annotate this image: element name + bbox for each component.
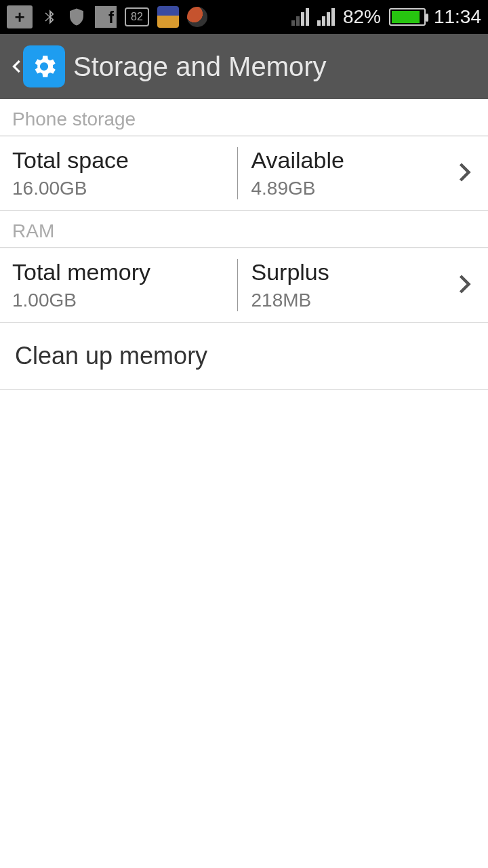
ram-row[interactable]: Total memory 1.00GB Surplus 218MB: [0, 248, 488, 323]
app-globe-icon: [187, 7, 207, 27]
shopping-bag-icon: [157, 6, 179, 28]
facebook-icon: f: [95, 6, 117, 28]
phone-storage-row[interactable]: Total space 16.00GB Available 4.89GB: [0, 136, 488, 211]
bluetooth-icon: [41, 7, 58, 27]
surplus-memory-value: 218MB: [251, 290, 464, 311]
available-space-label: Available: [251, 147, 464, 174]
section-header-phone-storage: Phone storage: [0, 99, 488, 136]
total-space-cell: Total space 16.00GB: [12, 147, 238, 199]
surplus-memory-label: Surplus: [251, 259, 464, 285]
battery-percent: 82%: [343, 6, 381, 28]
total-space-value: 16.00GB: [12, 178, 225, 199]
back-button[interactable]: [7, 45, 65, 87]
shield-icon: [66, 5, 87, 28]
status-bar: + f 82 82% 11:34: [0, 0, 488, 34]
available-space-cell: Available 4.89GB: [238, 147, 476, 199]
chevron-right-icon: [451, 157, 476, 190]
notification-count-icon: 82: [125, 7, 149, 26]
total-memory-cell: Total memory 1.00GB: [12, 259, 238, 311]
total-memory-value: 1.00GB: [12, 290, 225, 311]
status-bar-right: 82% 11:34: [291, 6, 481, 28]
chevron-right-icon: [451, 269, 476, 302]
signal-sim2-icon: [317, 8, 335, 26]
clean-up-memory-row[interactable]: Clean up memory: [0, 323, 488, 390]
surplus-memory-cell: Surplus 218MB: [238, 259, 476, 311]
available-space-value: 4.89GB: [251, 178, 464, 199]
status-bar-left: + f 82: [7, 5, 207, 28]
signal-sim1-icon: [291, 8, 309, 26]
app-bar: Storage and Memory: [0, 34, 488, 99]
section-header-ram: RAM: [0, 211, 488, 248]
page-title: Storage and Memory: [73, 52, 327, 82]
clock: 11:34: [434, 6, 481, 28]
new-tab-icon: +: [7, 5, 33, 28]
battery-icon: [389, 8, 426, 26]
settings-app-icon: [23, 45, 65, 87]
total-space-label: Total space: [12, 147, 225, 174]
total-memory-label: Total memory: [12, 259, 225, 285]
